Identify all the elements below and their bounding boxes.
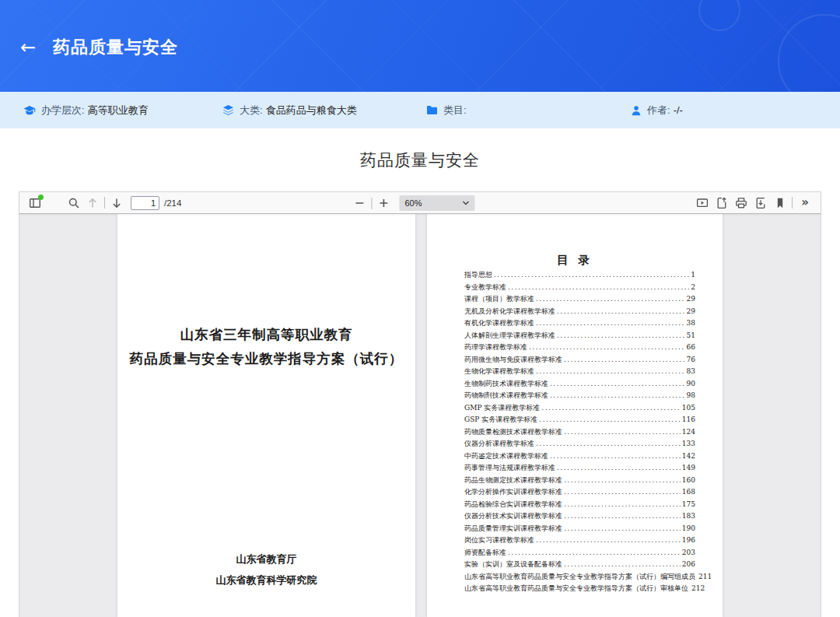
- toolbar-divider: [104, 197, 105, 209]
- toc-entry: 药物制剂技术课程教学标准98: [464, 391, 695, 403]
- zoom-select[interactable]: 60%: [399, 195, 474, 211]
- folder-icon: [426, 105, 438, 115]
- graduation-cap-icon: [23, 105, 36, 116]
- toc-entry: 药品检验综合实训课程教学标准175: [464, 500, 695, 512]
- toc-entry-title: GSP 实务课程教学标准: [464, 415, 537, 425]
- toc-entry-title: 药物制剂技术课程教学标准: [464, 391, 548, 401]
- toc-entry: 山东省高等职业教育药品质量与安全专业教学指导方案（试行）审核单位212: [464, 584, 695, 596]
- toc-entry-page: 206: [682, 560, 695, 568]
- toc-entry: 化学分析操作实训课程教学标准168: [464, 487, 695, 500]
- pdf-page-cover: 山东省三年制高等职业教育 药品质量与安全专业教学指导方案（试行） 山东省教育厅 …: [117, 214, 415, 617]
- toc-entry-page: 203: [682, 549, 695, 556]
- cover-title-line2: 药品质量与安全专业教学指导方案（试行）: [117, 347, 415, 371]
- page-count-label: /214: [164, 198, 181, 208]
- toc-dot-leader: [536, 367, 685, 375]
- toc-entry-page: 1: [691, 271, 695, 279]
- toc-entry-page: 133: [682, 440, 695, 447]
- toc-entry: 生物化学课程教学标准83: [464, 366, 695, 379]
- meta-label: 类目:: [443, 103, 467, 117]
- meta-item-education-level: 办学层次: 高等职业教育: [23, 103, 222, 117]
- toc-entry-page: 124: [682, 428, 695, 436]
- toc-entry-page: 183: [682, 512, 695, 520]
- back-arrow-icon[interactable]: ←: [20, 37, 36, 58]
- toc-entry-page: 212: [691, 584, 705, 592]
- toc-entry: 人体解剖生理学课程教学标准51: [464, 331, 695, 343]
- meta-item-catalog: 类目:: [426, 103, 631, 117]
- toc-dot-leader: [508, 283, 689, 291]
- toc-dot-leader: [536, 440, 681, 447]
- meta-label: 作者:: [647, 103, 670, 117]
- cover-title-line1: 山东省三年制高等职业教育: [117, 323, 415, 347]
- pdf-viewer: /214 60%: [19, 191, 821, 617]
- print-button[interactable]: [732, 194, 751, 212]
- toc-entry-page: 29: [687, 307, 695, 315]
- previous-page-button[interactable]: [83, 194, 102, 212]
- toc-entry: 岗位实习课程教学标准196: [464, 535, 695, 548]
- toc-entry-title: 课程（项目）教学标准: [464, 294, 534, 304]
- toc-entry: 山东省高等职业教育药品质量与安全专业教学指导方案（试行）编写组成员211: [464, 572, 695, 584]
- presentation-mode-icon: [696, 197, 709, 209]
- toc-dot-leader: [536, 319, 685, 327]
- toc-entry-title: 药品生物测定技术课程教学标准: [464, 475, 562, 486]
- zoom-in-button[interactable]: [374, 194, 393, 212]
- toc-entry: GMP 实务课程教学标准105: [464, 403, 695, 415]
- toc-dot-leader: [557, 464, 681, 472]
- cover-footer-line1: 山东省教育厅: [117, 549, 415, 570]
- toc-dot-leader: [536, 536, 681, 544]
- toc-entry: 药事管理与法规课程教学标准149: [464, 463, 695, 475]
- toc-entry-page: 196: [682, 536, 695, 544]
- toc-dot-leader: [539, 415, 681, 423]
- toc-entry-page: 90: [687, 380, 695, 387]
- toc-entry: 药物质量检测技术课程教学标准124: [464, 427, 695, 440]
- toc-entry-page: 211: [698, 573, 712, 580]
- toc-entry-title: 仪器分析技术实训课程教学标准: [464, 511, 562, 521]
- app-header: ← 药品质量与安全: [0, 0, 840, 92]
- open-file-icon: [716, 197, 728, 209]
- zoom-in-icon: [378, 198, 389, 209]
- open-file-button[interactable]: [712, 194, 731, 212]
- toc-entry: 无机及分析化学课程教学标准29: [464, 307, 695, 319]
- bookmark-button[interactable]: [771, 194, 789, 212]
- chevron-down-icon: [462, 201, 469, 205]
- cover-footer: 山东省教育厅 山东省教育科学研究院: [117, 549, 415, 591]
- toc-entry: 药品生物测定技术课程教学标准160: [464, 475, 695, 488]
- toc-entry-page: 29: [687, 295, 695, 303]
- toc-entry-page: 142: [682, 452, 695, 460]
- toc-entry-page: 160: [682, 476, 695, 484]
- toc-dot-leader: [564, 512, 681, 520]
- pdf-page-toc: 目 录 指导思想1专业教学标准2课程（项目）教学标准29无机及分析化学课程教学标…: [427, 214, 723, 617]
- toc-entry-title: 药物质量检测技术课程教学标准: [464, 427, 562, 437]
- toc-dot-leader: [557, 331, 685, 339]
- toc-entry-title: 仪器分析课程教学标准: [464, 439, 534, 449]
- toc-entry-title: 药品质量管理实训课程教学标准: [464, 524, 562, 534]
- toc-dot-leader: [564, 428, 681, 436]
- find-button[interactable]: [65, 194, 83, 212]
- toc-entry: 药用微生物与免疫课程教学标准76: [464, 355, 695, 367]
- toc-entry-title: 无机及分析化学课程教学标准: [464, 307, 555, 317]
- toc-entry-title: 药品检验综合实训课程教学标准: [464, 500, 562, 510]
- toc-entry-title: 山东省高等职业教育药品质量与安全专业教学指导方案（试行）编写组成员: [464, 572, 695, 582]
- toc-dot-leader: [550, 391, 685, 399]
- zoom-out-button[interactable]: [350, 194, 369, 212]
- toc-entry-page: 2: [691, 283, 695, 291]
- meta-item-author: 作者: -/-: [631, 103, 840, 117]
- presentation-mode-button[interactable]: [693, 194, 712, 212]
- page-number-input[interactable]: [131, 196, 159, 210]
- document-title-section: 药品质量与安全: [0, 128, 840, 191]
- toc-dot-leader: [550, 380, 685, 387]
- toc-dot-leader: [557, 307, 685, 315]
- toc-entry-title: 岗位实习课程教学标准: [464, 535, 534, 545]
- toc-entry: 仪器分析课程教学标准133: [464, 439, 695, 451]
- toc-entry-page: 38: [687, 319, 695, 327]
- next-page-button[interactable]: [107, 194, 126, 212]
- toc-entry: 有机化学课程教学标准38: [464, 318, 695, 331]
- pdf-page-area[interactable]: 山东省三年制高等职业教育 药品质量与安全专业教学指导方案（试行） 山东省教育厅 …: [19, 214, 821, 617]
- sidebar-toggle-button[interactable]: [26, 194, 44, 212]
- toc-entry-page: 149: [682, 464, 695, 472]
- toc-entry: 师资配备标准203: [464, 548, 695, 560]
- toc-entry: 中药鉴定技术课程教学标准142: [464, 451, 695, 464]
- toc-dot-leader: [564, 500, 681, 508]
- toc-entry-page: 51: [687, 331, 695, 339]
- download-button[interactable]: [751, 194, 770, 212]
- more-tools-button[interactable]: »: [796, 194, 814, 212]
